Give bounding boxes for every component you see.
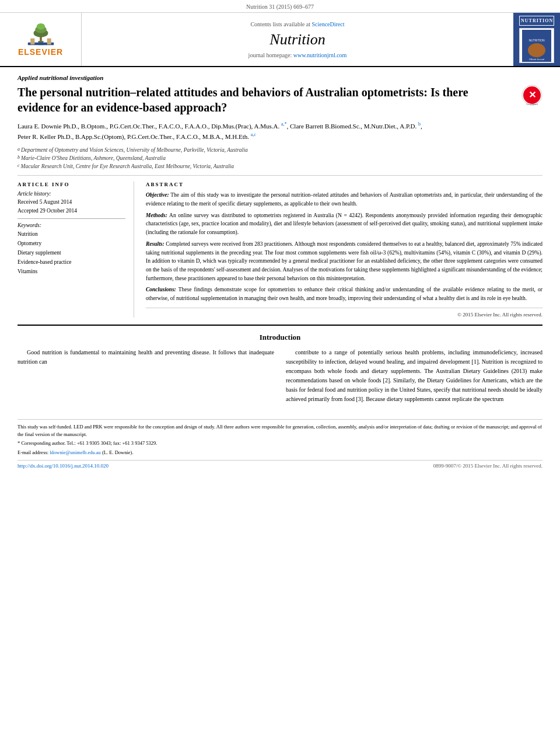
info-abstract-section: ARTICLE INFO Article history: Received 5… <box>18 182 542 318</box>
funding-footnote: This study was self-funded. LED and PRK … <box>18 423 542 438</box>
article-history-label: Article history: <box>18 191 125 197</box>
intro-left-col: Good nutrition is fundamental to maintai… <box>18 348 274 407</box>
svg-point-4 <box>36 23 44 29</box>
objective-text: The aim of this study was to investigate… <box>146 192 542 207</box>
methods-text: An online survey was distributed to opto… <box>146 212 542 235</box>
elsevier-brand-text: ELSEVIER <box>18 47 63 57</box>
objective-para: Objective: The aim of this study was to … <box>146 191 542 208</box>
results-para: Results: Completed surveys were received… <box>146 240 542 283</box>
keyword-2: Optometry <box>18 239 125 248</box>
keyword-1: Nutrition <box>18 229 125 239</box>
svg-text:NUTRITION: NUTRITION <box>528 39 545 42</box>
journal-homepage: journal homepage: www.nutritionjrnl.com <box>249 52 347 58</box>
conclusions-label: Conclusions: <box>146 287 176 292</box>
article-title: The personal nutrition–related attitudes… <box>18 85 522 115</box>
info-divider <box>18 218 125 219</box>
email-footnote: E-mail address: ldownie@unimelb.edu.au (… <box>18 449 542 456</box>
svg-rect-6 <box>30 38 34 44</box>
abstract-copyright: © 2015 Elsevier Inc. All rights reserved… <box>146 308 542 318</box>
introduction-section: Introduction Good nutrition is fundament… <box>18 325 542 407</box>
article-title-row: The personal nutrition–related attitudes… <box>18 85 542 115</box>
journal-url[interactable]: www.nutritionjrnl.com <box>293 52 347 58</box>
keyword-5: Vitamins <box>18 267 125 276</box>
conclusions-text: These findings demonstrate scope for opt… <box>146 287 542 301</box>
article-info-header: ARTICLE INFO <box>18 182 125 187</box>
email-link[interactable]: ldownie@unimelb.edu.au <box>50 449 101 455</box>
affil-text-c: Macular Research Unit, Centre for Eye Re… <box>21 162 234 170</box>
keywords-list: Nutrition Optometry Dietary supplement E… <box>18 229 125 277</box>
objective-label: Objective: <box>146 192 169 198</box>
header-area: ELSEVIER Contents lists available at Sci… <box>0 13 560 67</box>
affil-text-a: Department of Optometry and Vision Scien… <box>21 146 248 154</box>
intro-left-para: Good nutrition is fundamental to maintai… <box>18 348 274 367</box>
affiliations: a Department of Optometry and Vision Sci… <box>18 146 542 176</box>
svg-rect-7 <box>47 38 51 44</box>
svg-text:CrossMark: CrossMark <box>526 103 537 106</box>
introduction-title: Introduction <box>18 333 542 342</box>
abstract-header: ABSTRACT <box>146 182 542 187</box>
sciencedirect-link[interactable]: ScienceDirect <box>312 21 344 27</box>
keywords-label: Keywords: <box>18 222 125 228</box>
received-date: Received 5 August 2014 <box>18 198 125 206</box>
email-suffix: (L. E. Downie). <box>102 449 134 455</box>
journal-header-center: Contents lists available at ScienceDirec… <box>82 13 513 66</box>
bottom-bar: http://dx.doi.org/10.1016/j.nut.2014.10.… <box>18 460 542 469</box>
corresponding-footnote: * Corresponding author. Tel.: +61 3 9305… <box>18 440 542 447</box>
authors-line: Laura E. Downie Ph.D., B.Optom., P.G.Cer… <box>18 121 542 142</box>
introduction-body: Good nutrition is fundamental to maintai… <box>18 348 542 407</box>
results-label: Results: <box>146 241 164 247</box>
affiliation-b: b Marie-Claire O'Shea Dietitians, Ashmor… <box>18 154 542 162</box>
affiliation-c: c Macular Research Unit, Centre for Eye … <box>18 162 542 170</box>
page-wrapper: Nutrition 31 (2015) 669–677 ELSEVIER <box>0 0 560 469</box>
keyword-3: Dietary supplement <box>18 248 125 257</box>
issn-text: 0899-9007/© 2015 Elsevier Inc. All right… <box>433 463 542 469</box>
footnotes-area: This study was self-funded. LED and PRK … <box>18 419 542 456</box>
conclusions-para: Conclusions: These findings demonstrate … <box>146 285 542 302</box>
affiliation-a: a Department of Optometry and Vision Sci… <box>18 146 542 154</box>
elsevier-logo-area: ELSEVIER <box>0 13 82 66</box>
svg-text:✕: ✕ <box>528 90 536 100</box>
methods-label: Methods: <box>146 212 167 218</box>
affil-sup-b: b <box>18 154 20 162</box>
sciencedirect-line: Contents lists available at ScienceDirec… <box>250 21 344 27</box>
journal-title: Nutrition <box>270 31 325 48</box>
article-type: Applied nutritional investigation <box>18 74 542 81</box>
intro-right-text: contribute to a range of potentially ser… <box>286 348 542 404</box>
nutrition-journal-badge: NUTRITION NUTRITION Official Journal <box>513 13 560 66</box>
homepage-text: journal homepage: <box>249 52 292 58</box>
abstract-col: ABSTRACT Objective: The aim of this stud… <box>146 182 542 318</box>
intro-right-para: contribute to a range of potentially ser… <box>286 348 542 404</box>
crossmark-badge: ✕ CrossMark <box>522 85 542 106</box>
email-label: E-mail address: <box>18 449 48 455</box>
svg-text:Official Journal: Official Journal <box>529 58 544 61</box>
corresponding-text: * Corresponding author. Tel.: +61 3 9305… <box>18 440 158 446</box>
nutrition-badge-text: NUTRITION <box>519 16 554 26</box>
affil-sup-a: a <box>18 146 20 154</box>
accepted-date: Accepted 29 October 2014 <box>18 207 125 215</box>
article-body: Applied nutritional investigation The pe… <box>0 67 560 413</box>
elsevier-tree-icon <box>20 23 61 46</box>
sciencedirect-prefix: Contents lists available at <box>250 21 310 27</box>
nutrition-journal-cover: NUTRITION Official Journal <box>519 28 554 63</box>
doi-link[interactable]: http://dx.doi.org/10.1016/j.nut.2014.10.… <box>18 463 108 469</box>
nutrition-cover-icon: NUTRITION Official Journal <box>522 30 551 62</box>
article-info-col: ARTICLE INFO Article history: Received 5… <box>18 182 134 318</box>
intro-right-col: contribute to a range of potentially ser… <box>286 348 542 407</box>
methods-para: Methods: An online survey was distribute… <box>146 211 542 237</box>
svg-point-10 <box>528 43 545 57</box>
abstract-text: Objective: The aim of this study was to … <box>146 191 542 303</box>
intro-left-text: Good nutrition is fundamental to maintai… <box>18 348 274 367</box>
citation-text: Nutrition 31 (2015) 669–677 <box>246 4 314 10</box>
keyword-4: Evidence-based practice <box>18 257 125 267</box>
affil-text-b: Marie-Claire O'Shea Dietitians, Ashmore,… <box>21 154 166 162</box>
top-citation: Nutrition 31 (2015) 669–677 <box>0 0 560 13</box>
nutrition-badge-label: NUTRITION <box>521 18 552 23</box>
results-text: Completed surveys were received from 283… <box>146 241 542 281</box>
affil-sup-c: c <box>18 162 20 170</box>
